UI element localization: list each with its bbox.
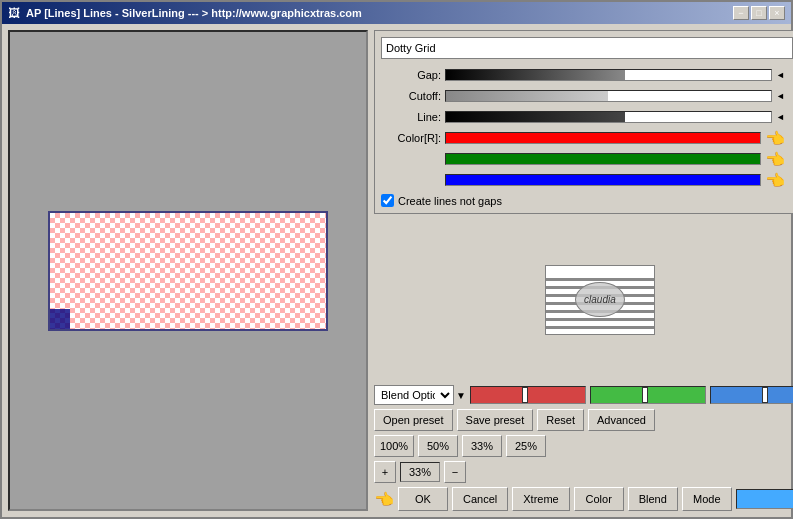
zoom-row: 100% 50% 33% 25% — [374, 435, 793, 457]
color-g-value: 255 — [789, 153, 793, 165]
lines-not-gaps-checkbox[interactable] — [381, 194, 394, 207]
ok-hand-icon: 👈 — [374, 490, 394, 509]
color-g-slider-row: 👈 255 — [381, 150, 793, 168]
gap-slider-row: Gap: ◄ 10 — [381, 66, 793, 84]
color-r-value: 255 — [789, 132, 793, 144]
blend-dropdown-arrow: ▼ — [456, 390, 466, 401]
title-bar-left: 🖼 AP [Lines] Lines - SilverLining --- > … — [8, 6, 362, 20]
blend-green-thumb — [642, 387, 648, 403]
color-g-hand-icon: 👈 — [765, 150, 785, 169]
blend-blue-slider[interactable] — [710, 386, 793, 404]
preset-dropdown[interactable]: Dotty Grid — [381, 37, 793, 59]
footer-buttons: 👈 OK Cancel Xtreme Color Blend Mode — [374, 487, 732, 511]
color-b-hand-icon: 👈 — [765, 171, 785, 190]
cutoff-value: -1 — [789, 90, 793, 102]
gap-value: 10 — [789, 69, 793, 81]
color-b-value: 255 — [789, 174, 793, 186]
open-preset-button[interactable]: Open preset — [374, 409, 453, 431]
minimize-button[interactable]: − — [733, 6, 749, 20]
zoom-minus-button[interactable]: − — [444, 461, 466, 483]
cutoff-slider[interactable] — [445, 90, 772, 102]
advanced-button[interactable]: Advanced — [588, 409, 655, 431]
color-r-label: Color[R]: — [381, 132, 441, 144]
preview-badge-text: claudia — [584, 294, 616, 305]
controls-top: Dotty Grid 👈 Gap: ◄ 10 Cutoff: — [374, 30, 793, 214]
gap-fill — [446, 70, 625, 80]
color-b-slider-row: 👈 255 — [381, 171, 793, 189]
full-bottom: Blend Optio ▼ — [374, 385, 793, 511]
color-r-slider-row: Color[R]: 👈 255 — [381, 129, 793, 147]
main-window: 🖼 AP [Lines] Lines - SilverLining --- > … — [0, 0, 793, 519]
reset-button[interactable]: Reset — [537, 409, 584, 431]
footer-row: 👈 OK Cancel Xtreme Color Blend Mode — [374, 487, 793, 511]
line-fill — [446, 112, 625, 122]
preview-badge: claudia — [575, 282, 625, 317]
color-r-hand-icon: 👈 — [765, 129, 785, 148]
mode-button[interactable]: Mode — [682, 487, 732, 511]
corner-indicator — [50, 309, 70, 329]
blend-option-select[interactable]: Blend Optio — [374, 385, 454, 405]
cutoff-arrow: ◄ — [776, 91, 785, 101]
zoom-33-button[interactable]: 33% — [462, 435, 502, 457]
cancel-button[interactable]: Cancel — [452, 487, 508, 511]
preview-area: claudia — [374, 218, 793, 381]
preset-dropdown-wrapper: Dotty Grid — [381, 37, 793, 59]
line-arrow: ◄ — [776, 112, 785, 122]
mode-display — [736, 489, 793, 509]
left-panel — [8, 30, 368, 511]
color-button[interactable]: Color — [574, 487, 624, 511]
window-title: AP [Lines] Lines - SilverLining --- > ht… — [26, 7, 362, 19]
color-g-fill — [446, 154, 760, 164]
blend-button[interactable]: Blend — [628, 487, 678, 511]
blend-green-slider[interactable] — [590, 386, 706, 404]
gap-arrow: ◄ — [776, 70, 785, 80]
zoom-50-button[interactable]: 50% — [418, 435, 458, 457]
ok-button[interactable]: OK — [398, 487, 448, 511]
title-bar-controls: − □ × — [733, 6, 785, 20]
zoom-25-button[interactable]: 25% — [506, 435, 546, 457]
blend-blue-thumb — [762, 387, 768, 403]
gap-slider[interactable] — [445, 69, 772, 81]
line-slider[interactable] — [445, 111, 772, 123]
color-g-slider[interactable] — [445, 153, 761, 165]
zoom-value: 33% — [400, 462, 440, 482]
blend-red-thumb — [522, 387, 528, 403]
color-b-fill — [446, 175, 760, 185]
title-bar: 🖼 AP [Lines] Lines - SilverLining --- > … — [2, 2, 791, 24]
blend-red-slider[interactable] — [470, 386, 586, 404]
lines-not-gaps-label: Create lines not gaps — [398, 195, 502, 207]
zoom-display-row: + 33% − — [374, 461, 793, 483]
canvas-preview — [48, 211, 328, 331]
maximize-button[interactable]: □ — [751, 6, 767, 20]
save-preset-button[interactable]: Save preset — [457, 409, 534, 431]
checkbox-row: Create lines not gaps — [381, 194, 793, 207]
action-buttons-row: Open preset Save preset Reset Advanced — [374, 409, 793, 431]
color-r-slider[interactable] — [445, 132, 761, 144]
blend-row: Blend Optio ▼ — [374, 385, 793, 405]
zoom-plus-button[interactable]: + — [374, 461, 396, 483]
line-slider-row: Line: ◄ 10 — [381, 108, 793, 126]
cutoff-fill — [446, 91, 608, 101]
line-value: 10 — [789, 111, 793, 123]
preview-image: claudia — [545, 265, 655, 335]
line-label: Line: — [381, 111, 441, 123]
content-area: Dotty Grid 👈 Gap: ◄ 10 Cutoff: — [2, 24, 791, 517]
color-r-fill — [446, 133, 760, 143]
zoom-100-button[interactable]: 100% — [374, 435, 414, 457]
gap-label: Gap: — [381, 69, 441, 81]
xtreme-button[interactable]: Xtreme — [512, 487, 569, 511]
app-icon: 🖼 — [8, 6, 20, 20]
color-b-slider[interactable] — [445, 174, 761, 186]
close-button[interactable]: × — [769, 6, 785, 20]
preset-dropdown-row: Dotty Grid 👈 — [381, 37, 793, 59]
cutoff-label: Cutoff: — [381, 90, 441, 102]
right-panel: Dotty Grid 👈 Gap: ◄ 10 Cutoff: — [374, 30, 793, 511]
cutoff-slider-row: Cutoff: ◄ -1 — [381, 87, 793, 105]
